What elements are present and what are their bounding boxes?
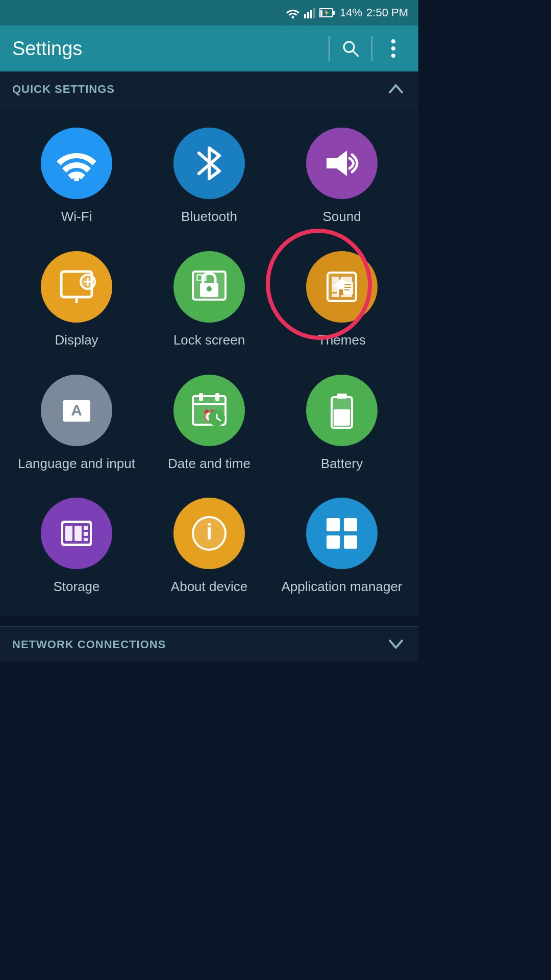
quick-settings-header: QUICK SETTINGS: [0, 71, 418, 107]
datetime-icon: ⏰: [189, 390, 230, 431]
themes-circle: [306, 251, 378, 323]
setting-item-language[interactable]: A Language and input: [15, 375, 138, 473]
svg-rect-58: [344, 535, 357, 549]
setting-item-storage[interactable]: Storage: [15, 498, 138, 596]
svg-rect-45: [334, 409, 350, 426]
svg-rect-55: [327, 518, 340, 531]
storage-icon: [56, 513, 97, 554]
setting-item-about[interactable]: i About device: [148, 498, 270, 596]
appmanager-icon: [321, 513, 362, 554]
setting-item-sound[interactable]: Sound: [281, 128, 403, 226]
setting-item-wifi[interactable]: Wi-Fi: [15, 128, 138, 226]
battery-percentage: 14%: [340, 6, 362, 19]
svg-point-11: [391, 39, 395, 43]
chevron-down-icon: [386, 633, 406, 654]
lockscreen-icon: [189, 266, 230, 307]
svg-rect-6: [333, 11, 335, 15]
svg-rect-25: [198, 276, 201, 280]
svg-text:A: A: [71, 402, 82, 419]
setting-item-battery[interactable]: Battery: [281, 375, 403, 473]
language-icon: A: [59, 393, 94, 428]
display-circle: [41, 251, 112, 323]
page-title: Settings: [12, 38, 320, 60]
svg-rect-56: [344, 518, 357, 531]
language-circle: A: [41, 375, 112, 446]
svg-point-0: [292, 16, 294, 19]
divider2: [371, 36, 372, 61]
svg-text:i: i: [206, 519, 212, 544]
lockscreen-circle: [173, 251, 245, 323]
svg-rect-38: [215, 393, 219, 401]
wifi-label: Wi-Fi: [61, 208, 92, 226]
wifi-circle: [41, 128, 112, 199]
svg-rect-50: [84, 526, 88, 530]
network-connections-title: NETWORK CONNECTIONS: [12, 638, 166, 651]
app-bar: Settings: [0, 26, 418, 71]
divider: [329, 36, 330, 61]
bluetooth-label: Bluetooth: [181, 208, 237, 226]
more-icon: [391, 39, 396, 58]
network-expand-button[interactable]: [386, 633, 406, 656]
svg-rect-28: [343, 282, 353, 295]
quick-settings-grid: Wi-Fi Bluetooth Sound: [0, 107, 418, 616]
sound-label: Sound: [322, 208, 361, 226]
setting-item-display[interactable]: Display: [15, 251, 138, 349]
svg-rect-4: [313, 8, 315, 18]
appmanager-circle: [306, 498, 378, 569]
svg-rect-51: [84, 532, 88, 536]
lockscreen-label: Lock screen: [173, 332, 245, 349]
chevron-up-icon: [386, 78, 406, 99]
svg-rect-57: [327, 535, 340, 549]
collapse-button[interactable]: [386, 78, 406, 101]
sound-icon: [321, 145, 362, 181]
setting-item-lockscreen[interactable]: Lock screen: [148, 251, 270, 349]
svg-rect-49: [74, 526, 82, 541]
setting-item-themes[interactable]: Themes: [281, 251, 403, 349]
wifi-icon: [56, 145, 97, 181]
about-icon: i: [189, 513, 230, 554]
setting-item-bluetooth[interactable]: Bluetooth: [148, 128, 270, 226]
svg-marker-15: [327, 151, 347, 176]
battery-label: Battery: [321, 455, 363, 473]
display-label: Display: [55, 332, 98, 349]
svg-rect-52: [84, 538, 88, 541]
svg-rect-44: [337, 394, 347, 399]
wifi-status-icon: [286, 7, 300, 18]
svg-rect-7: [320, 10, 322, 16]
svg-rect-37: [199, 393, 203, 401]
svg-line-10: [353, 51, 358, 56]
svg-rect-2: [307, 12, 309, 18]
bluetooth-circle: [173, 128, 245, 199]
datetime-label: Date and time: [168, 455, 251, 473]
svg-point-13: [391, 54, 395, 58]
sound-circle: [306, 128, 378, 199]
search-button[interactable]: [338, 36, 363, 61]
svg-rect-1: [304, 14, 306, 18]
about-label: About device: [171, 578, 247, 596]
language-label: Language and input: [18, 455, 135, 473]
svg-rect-3: [310, 10, 312, 18]
setting-item-appmanager[interactable]: Application manager: [281, 498, 403, 596]
battery-status-icon: [319, 7, 336, 18]
status-icons: 14% 2:50 PM: [286, 6, 408, 19]
battery-circle: [306, 375, 378, 446]
svg-point-23: [207, 286, 212, 291]
svg-rect-48: [65, 526, 72, 541]
battery-icon: [327, 390, 357, 431]
appmanager-label: Application manager: [281, 578, 402, 596]
svg-marker-8: [324, 10, 329, 16]
display-icon: [56, 266, 97, 307]
search-icon: [341, 39, 360, 58]
themes-icon: [321, 266, 362, 307]
datetime-circle: ⏰: [173, 375, 245, 446]
current-time: 2:50 PM: [366, 6, 408, 19]
svg-point-12: [391, 46, 395, 51]
more-options-button[interactable]: [381, 36, 406, 61]
themes-label: Themes: [318, 332, 366, 349]
storage-circle: [41, 498, 112, 569]
about-circle: i: [173, 498, 245, 569]
storage-label: Storage: [53, 578, 99, 596]
setting-item-datetime[interactable]: ⏰ Date and time: [148, 375, 270, 473]
status-bar: 14% 2:50 PM: [0, 0, 418, 26]
network-connections-header: NETWORK CONNECTIONS: [0, 626, 418, 662]
